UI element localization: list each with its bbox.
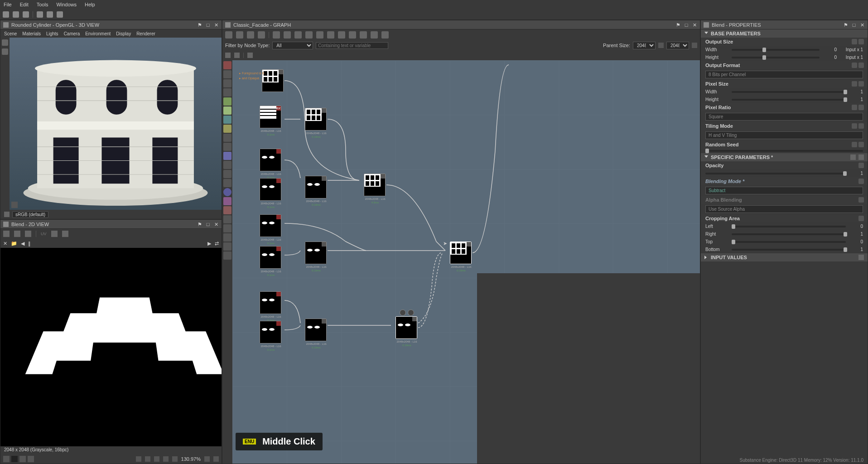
pin-icon[interactable]: ⚑ [197, 22, 203, 28]
close-icon[interactable]: ✕ [692, 22, 697, 28]
lib-grid-icon[interactable] [223, 134, 231, 142]
lib-warp-icon[interactable] [223, 161, 231, 169]
node-blend-selected[interactable]: Blend 2048x2048 - L16 0.19ms [450, 242, 472, 264]
lib-shuffle-icon[interactable] [223, 88, 231, 97]
blending-select[interactable]: Subtract [705, 187, 863, 194]
checker-icon[interactable] [19, 456, 26, 462]
menu-tools[interactable]: Tools [37, 2, 48, 7]
link-icon[interactable] [852, 105, 857, 110]
lib-color-icon[interactable] [223, 125, 231, 133]
node-blend-7[interactable]: Blend 2048x2048 - L16 0.19ms [395, 316, 417, 339]
node-tilegen[interactable]: Tile Generator 2048x2048 - L16 0.1ms [260, 106, 281, 128]
frame-icon[interactable] [371, 31, 378, 39]
copy-icon[interactable] [25, 231, 31, 237]
graph-tool-icon[interactable] [294, 31, 302, 39]
parent-width-select[interactable]: 2048 [633, 42, 656, 49]
sub-icon-2[interactable] [234, 53, 240, 58]
lib-levels-icon[interactable] [223, 179, 231, 187]
menu-file[interactable]: File [4, 2, 12, 7]
lib-normal-icon[interactable] [223, 152, 231, 160]
tab-lights[interactable]: Lights [46, 31, 58, 36]
reset-icon[interactable] [858, 39, 864, 44]
loop-icon[interactable]: ⇄ [215, 241, 219, 246]
lib-fx-icon[interactable] [223, 197, 231, 205]
reset-icon[interactable] [858, 179, 864, 184]
reset-icon[interactable] [858, 155, 864, 160]
lib-output-icon[interactable] [223, 242, 231, 251]
link-icon[interactable] [327, 31, 334, 39]
crop-top-slider[interactable] [732, 241, 846, 243]
crop-right-slider[interactable] [732, 233, 846, 235]
lib-channel-icon[interactable] [223, 143, 231, 151]
center-icon[interactable] [154, 456, 159, 462]
folder-icon[interactable]: 📁 [11, 241, 17, 246]
camera-icon[interactable] [2, 39, 8, 46]
reset-icon[interactable] [858, 81, 864, 87]
pin-icon[interactable]: ⚑ [843, 22, 849, 28]
pwidth-slider[interactable] [732, 91, 846, 93]
alpha-select[interactable]: Use Source Alpha [705, 205, 863, 213]
node-mirror-6[interactable]: Mirror Grayscale 2048x2048 - L16 0.1ms [260, 321, 281, 343]
menu-help[interactable]: Help [85, 2, 95, 7]
ratio-select[interactable]: Square [705, 113, 863, 121]
lib-blend-icon[interactable] [223, 70, 231, 78]
menu-edit[interactable]: Edit [20, 2, 29, 7]
reset-icon[interactable] [858, 255, 864, 260]
lib-atomic-icon[interactable] [223, 61, 231, 69]
lib-transform-icon[interactable] [223, 116, 231, 124]
reset-icon[interactable] [858, 105, 864, 110]
node-blend-6[interactable]: Blend 2048x2048 - L16 0.19ms [305, 319, 327, 341]
play-icon[interactable]: ▶ [207, 241, 211, 246]
new-icon[interactable] [3, 231, 10, 237]
node-blend-3[interactable]: Blend 2048x2048 - L16 0.19ms [305, 176, 327, 198]
pin-icon[interactable]: ⚑ [197, 222, 203, 227]
tiling-select[interactable]: H and V Tiling [705, 131, 863, 139]
tab-renderer[interactable]: Renderer [136, 31, 155, 36]
section-base[interactable]: BASE PARAMETERS [701, 29, 868, 38]
node-mirror-2[interactable]: Mirror Grayscale 2048x2048 - L16 0.1ms [260, 178, 281, 201]
section-specific[interactable]: SPECIFIC PARAMETERS * [701, 153, 868, 161]
node-mirror-5[interactable]: Mirror Grayscale 2048x2048 - L16 0.1ms [260, 291, 281, 314]
loop-icon[interactable] [349, 31, 356, 39]
export-icon[interactable] [23, 11, 29, 18]
link-icon[interactable] [852, 142, 857, 147]
reset-icon[interactable] [858, 197, 864, 203]
maximize-icon[interactable]: □ [851, 22, 857, 28]
lib-input-icon[interactable] [223, 233, 231, 242]
section-input-values[interactable]: INPUT VALUES [701, 253, 868, 261]
node-mirror-3[interactable]: Mirror Grayscale 2048x2048 - L16 0.1ms [260, 214, 281, 237]
link-icon[interactable] [852, 39, 857, 44]
histogram-icon[interactable] [62, 231, 68, 237]
reset-icon[interactable] [858, 216, 864, 221]
crop-bottom-slider[interactable] [732, 249, 846, 251]
tab-materials[interactable]: Materials [22, 31, 41, 36]
close-icon[interactable]: ✕ [213, 22, 219, 28]
lib-curve-icon[interactable] [223, 106, 231, 115]
lib-gradient-icon[interactable] [223, 97, 231, 106]
node-badge-icon[interactable] [408, 309, 414, 316]
camera-icon[interactable] [247, 31, 254, 39]
lib-comment-icon[interactable] [223, 251, 231, 260]
refresh-icon[interactable] [57, 11, 63, 18]
refresh-icon[interactable] [338, 31, 345, 39]
node-mirror-1[interactable]: Mirror Grayscale 2048x2048 - L16 0.1ms [260, 149, 281, 171]
parent-height-select[interactable]: 2048 [666, 42, 689, 49]
tab-display[interactable]: Display [116, 31, 131, 36]
save-icon[interactable] [3, 11, 9, 18]
zoom-icon[interactable] [273, 31, 280, 39]
light-icon[interactable] [2, 48, 8, 55]
width-slider[interactable] [732, 49, 820, 51]
reset-icon[interactable] [858, 63, 864, 68]
link-icon[interactable] [852, 81, 857, 87]
align-icon[interactable] [305, 31, 313, 39]
node-badge-icon[interactable] [400, 309, 406, 316]
filter-text-input[interactable] [316, 42, 388, 49]
fit-icon[interactable] [163, 456, 169, 462]
maximize-icon[interactable]: □ [205, 222, 211, 227]
lib-filter-icon[interactable] [223, 79, 231, 87]
settings-icon[interactable] [213, 456, 219, 462]
lib-uniform-icon[interactable] [223, 170, 231, 178]
black-icon[interactable] [11, 456, 18, 462]
reset-icon[interactable] [858, 142, 864, 147]
format-select[interactable]: 8 Bits per Channel [705, 71, 863, 78]
